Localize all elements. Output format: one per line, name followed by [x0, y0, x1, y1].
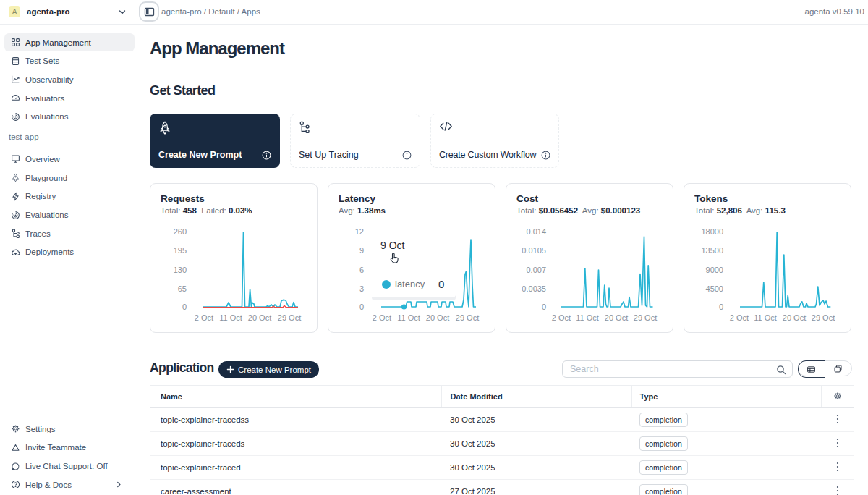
svg-text:3: 3 — [359, 284, 364, 293]
svg-text:6: 6 — [359, 266, 364, 274]
svg-text:18000: 18000 — [701, 227, 723, 236]
svg-text:195: 195 — [174, 246, 187, 255]
svg-text:2 Oct: 2 Oct — [195, 313, 213, 322]
svg-text:130: 130 — [174, 266, 187, 274]
svg-text:9: 9 — [359, 246, 364, 255]
svg-text:20 Oct: 20 Oct — [605, 313, 628, 322]
svg-text:latency: latency — [395, 279, 425, 289]
svg-text:13500: 13500 — [701, 246, 723, 255]
svg-text:2 Oct: 2 Oct — [373, 313, 391, 322]
svg-text:11 Oct: 11 Oct — [219, 313, 242, 322]
svg-text:29 Oct: 29 Oct — [456, 313, 479, 322]
svg-text:2 Oct: 2 Oct — [730, 313, 749, 322]
svg-text:11 Oct: 11 Oct — [754, 313, 777, 322]
svg-text:4500: 4500 — [706, 284, 723, 293]
svg-text:0: 0 — [438, 278, 444, 290]
svg-text:29 Oct: 29 Oct — [634, 313, 657, 322]
svg-text:20 Oct: 20 Oct — [783, 313, 806, 322]
svg-text:2 Oct: 2 Oct — [552, 313, 571, 322]
svg-text:20 Oct: 20 Oct — [248, 313, 271, 322]
svg-text:65: 65 — [178, 284, 187, 293]
svg-text:0.007: 0.007 — [526, 266, 546, 274]
svg-text:9000: 9000 — [706, 266, 723, 274]
svg-text:0: 0 — [542, 302, 546, 311]
svg-text:12: 12 — [355, 227, 364, 236]
svg-text:29 Oct: 29 Oct — [812, 313, 835, 322]
svg-text:29 Oct: 29 Oct — [278, 313, 301, 322]
svg-text:0.014: 0.014 — [526, 227, 546, 236]
svg-text:0: 0 — [719, 302, 723, 311]
svg-text:0.0105: 0.0105 — [522, 246, 546, 255]
svg-text:11 Oct: 11 Oct — [576, 313, 599, 322]
svg-text:20 Oct: 20 Oct — [426, 313, 449, 322]
svg-text:0: 0 — [359, 302, 364, 311]
svg-text:260: 260 — [174, 227, 187, 236]
svg-text:0: 0 — [182, 302, 187, 311]
svg-text:9 Oct: 9 Oct — [380, 240, 405, 251]
svg-text:11 Oct: 11 Oct — [397, 313, 420, 322]
svg-text:0.0035: 0.0035 — [522, 284, 546, 293]
